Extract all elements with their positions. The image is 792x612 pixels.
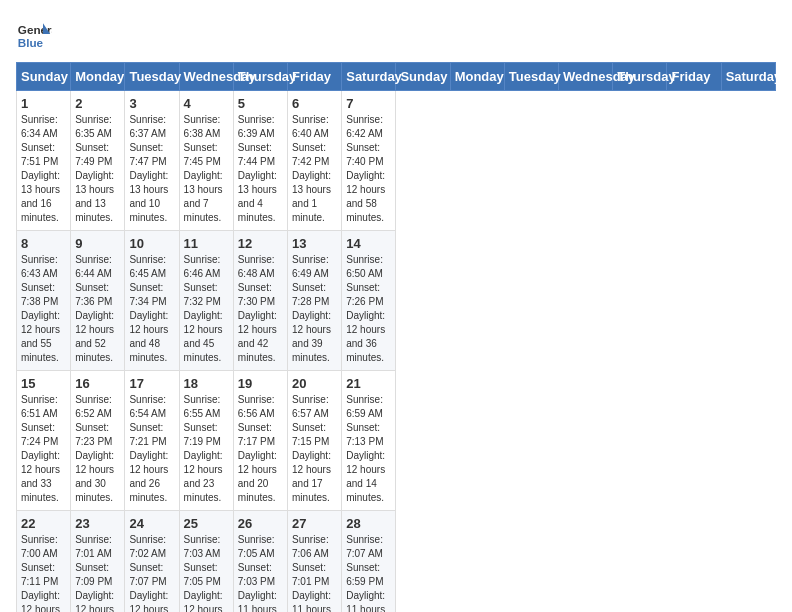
day-cell-2: 2Sunrise: 6:35 AM Sunset: 7:49 PM Daylig… xyxy=(71,91,125,231)
day-number: 5 xyxy=(238,96,283,111)
day-info: Sunrise: 6:57 AM Sunset: 7:15 PM Dayligh… xyxy=(292,393,337,505)
col-header-sunday: Sunday xyxy=(396,63,450,91)
day-cell-20: 20Sunrise: 6:57 AM Sunset: 7:15 PM Dayli… xyxy=(288,371,342,511)
day-info: Sunrise: 6:44 AM Sunset: 7:36 PM Dayligh… xyxy=(75,253,120,365)
day-info: Sunrise: 6:42 AM Sunset: 7:40 PM Dayligh… xyxy=(346,113,391,225)
logo: General Blue xyxy=(16,16,52,52)
day-info: Sunrise: 6:45 AM Sunset: 7:34 PM Dayligh… xyxy=(129,253,174,365)
day-info: Sunrise: 6:51 AM Sunset: 7:24 PM Dayligh… xyxy=(21,393,66,505)
col-header-monday: Monday xyxy=(450,63,504,91)
calendar-header-row: SundayMondayTuesdayWednesdayThursdayFrid… xyxy=(17,63,776,91)
day-number: 23 xyxy=(75,516,120,531)
day-number: 12 xyxy=(238,236,283,251)
col-header-friday: Friday xyxy=(288,63,342,91)
day-number: 15 xyxy=(21,376,66,391)
day-number: 13 xyxy=(292,236,337,251)
day-info: Sunrise: 6:49 AM Sunset: 7:28 PM Dayligh… xyxy=(292,253,337,365)
day-cell-23: 23Sunrise: 7:01 AM Sunset: 7:09 PM Dayli… xyxy=(71,511,125,613)
day-info: Sunrise: 6:46 AM Sunset: 7:32 PM Dayligh… xyxy=(184,253,229,365)
day-cell-26: 26Sunrise: 7:05 AM Sunset: 7:03 PM Dayli… xyxy=(233,511,287,613)
day-cell-12: 12Sunrise: 6:48 AM Sunset: 7:30 PM Dayli… xyxy=(233,231,287,371)
day-cell-10: 10Sunrise: 6:45 AM Sunset: 7:34 PM Dayli… xyxy=(125,231,179,371)
day-info: Sunrise: 7:03 AM Sunset: 7:05 PM Dayligh… xyxy=(184,533,229,612)
day-cell-15: 15Sunrise: 6:51 AM Sunset: 7:24 PM Dayli… xyxy=(17,371,71,511)
col-header-friday: Friday xyxy=(667,63,721,91)
day-cell-3: 3Sunrise: 6:37 AM Sunset: 7:47 PM Daylig… xyxy=(125,91,179,231)
calendar-table: SundayMondayTuesdayWednesdayThursdayFrid… xyxy=(16,62,776,612)
col-header-saturday: Saturday xyxy=(342,63,396,91)
day-number: 2 xyxy=(75,96,120,111)
day-info: Sunrise: 6:50 AM Sunset: 7:26 PM Dayligh… xyxy=(346,253,391,365)
day-info: Sunrise: 6:37 AM Sunset: 7:47 PM Dayligh… xyxy=(129,113,174,225)
day-cell-19: 19Sunrise: 6:56 AM Sunset: 7:17 PM Dayli… xyxy=(233,371,287,511)
day-number: 11 xyxy=(184,236,229,251)
day-cell-4: 4Sunrise: 6:38 AM Sunset: 7:45 PM Daylig… xyxy=(179,91,233,231)
week-row-2: 8Sunrise: 6:43 AM Sunset: 7:38 PM Daylig… xyxy=(17,231,776,371)
week-row-3: 15Sunrise: 6:51 AM Sunset: 7:24 PM Dayli… xyxy=(17,371,776,511)
col-header-tuesday: Tuesday xyxy=(504,63,558,91)
col-header-thursday: Thursday xyxy=(613,63,667,91)
day-number: 24 xyxy=(129,516,174,531)
day-cell-11: 11Sunrise: 6:46 AM Sunset: 7:32 PM Dayli… xyxy=(179,231,233,371)
day-cell-9: 9Sunrise: 6:44 AM Sunset: 7:36 PM Daylig… xyxy=(71,231,125,371)
day-cell-17: 17Sunrise: 6:54 AM Sunset: 7:21 PM Dayli… xyxy=(125,371,179,511)
day-number: 25 xyxy=(184,516,229,531)
day-info: Sunrise: 7:00 AM Sunset: 7:11 PM Dayligh… xyxy=(21,533,66,612)
day-cell-27: 27Sunrise: 7:06 AM Sunset: 7:01 PM Dayli… xyxy=(288,511,342,613)
day-cell-28: 28Sunrise: 7:07 AM Sunset: 6:59 PM Dayli… xyxy=(342,511,396,613)
day-cell-24: 24Sunrise: 7:02 AM Sunset: 7:07 PM Dayli… xyxy=(125,511,179,613)
day-number: 10 xyxy=(129,236,174,251)
day-number: 14 xyxy=(346,236,391,251)
col-header-tuesday: Tuesday xyxy=(125,63,179,91)
day-number: 17 xyxy=(129,376,174,391)
day-info: Sunrise: 7:02 AM Sunset: 7:07 PM Dayligh… xyxy=(129,533,174,612)
day-info: Sunrise: 6:38 AM Sunset: 7:45 PM Dayligh… xyxy=(184,113,229,225)
day-cell-5: 5Sunrise: 6:39 AM Sunset: 7:44 PM Daylig… xyxy=(233,91,287,231)
day-number: 21 xyxy=(346,376,391,391)
col-header-sunday: Sunday xyxy=(17,63,71,91)
day-info: Sunrise: 6:39 AM Sunset: 7:44 PM Dayligh… xyxy=(238,113,283,225)
day-info: Sunrise: 6:52 AM Sunset: 7:23 PM Dayligh… xyxy=(75,393,120,505)
day-number: 27 xyxy=(292,516,337,531)
week-row-4: 22Sunrise: 7:00 AM Sunset: 7:11 PM Dayli… xyxy=(17,511,776,613)
day-number: 22 xyxy=(21,516,66,531)
day-info: Sunrise: 6:54 AM Sunset: 7:21 PM Dayligh… xyxy=(129,393,174,505)
col-header-wednesday: Wednesday xyxy=(559,63,613,91)
col-header-wednesday: Wednesday xyxy=(179,63,233,91)
day-info: Sunrise: 6:34 AM Sunset: 7:51 PM Dayligh… xyxy=(21,113,66,225)
day-number: 26 xyxy=(238,516,283,531)
day-cell-18: 18Sunrise: 6:55 AM Sunset: 7:19 PM Dayli… xyxy=(179,371,233,511)
day-number: 28 xyxy=(346,516,391,531)
day-number: 16 xyxy=(75,376,120,391)
day-info: Sunrise: 7:05 AM Sunset: 7:03 PM Dayligh… xyxy=(238,533,283,612)
day-info: Sunrise: 6:35 AM Sunset: 7:49 PM Dayligh… xyxy=(75,113,120,225)
day-cell-16: 16Sunrise: 6:52 AM Sunset: 7:23 PM Dayli… xyxy=(71,371,125,511)
day-info: Sunrise: 6:55 AM Sunset: 7:19 PM Dayligh… xyxy=(184,393,229,505)
day-number: 8 xyxy=(21,236,66,251)
day-number: 1 xyxy=(21,96,66,111)
day-number: 3 xyxy=(129,96,174,111)
day-number: 19 xyxy=(238,376,283,391)
day-number: 7 xyxy=(346,96,391,111)
day-cell-8: 8Sunrise: 6:43 AM Sunset: 7:38 PM Daylig… xyxy=(17,231,71,371)
day-info: Sunrise: 6:59 AM Sunset: 7:13 PM Dayligh… xyxy=(346,393,391,505)
day-info: Sunrise: 7:07 AM Sunset: 6:59 PM Dayligh… xyxy=(346,533,391,612)
day-info: Sunrise: 7:01 AM Sunset: 7:09 PM Dayligh… xyxy=(75,533,120,612)
day-cell-6: 6Sunrise: 6:40 AM Sunset: 7:42 PM Daylig… xyxy=(288,91,342,231)
day-cell-7: 7Sunrise: 6:42 AM Sunset: 7:40 PM Daylig… xyxy=(342,91,396,231)
day-cell-21: 21Sunrise: 6:59 AM Sunset: 7:13 PM Dayli… xyxy=(342,371,396,511)
day-cell-22: 22Sunrise: 7:00 AM Sunset: 7:11 PM Dayli… xyxy=(17,511,71,613)
day-number: 20 xyxy=(292,376,337,391)
day-info: Sunrise: 7:06 AM Sunset: 7:01 PM Dayligh… xyxy=(292,533,337,612)
day-cell-13: 13Sunrise: 6:49 AM Sunset: 7:28 PM Dayli… xyxy=(288,231,342,371)
logo-icon: General Blue xyxy=(16,16,52,52)
col-header-saturday: Saturday xyxy=(721,63,775,91)
page-header: General Blue xyxy=(16,16,776,52)
svg-text:Blue: Blue xyxy=(18,36,44,49)
day-info: Sunrise: 6:48 AM Sunset: 7:30 PM Dayligh… xyxy=(238,253,283,365)
col-header-monday: Monday xyxy=(71,63,125,91)
day-cell-25: 25Sunrise: 7:03 AM Sunset: 7:05 PM Dayli… xyxy=(179,511,233,613)
week-row-1: 1Sunrise: 6:34 AM Sunset: 7:51 PM Daylig… xyxy=(17,91,776,231)
day-number: 6 xyxy=(292,96,337,111)
day-cell-14: 14Sunrise: 6:50 AM Sunset: 7:26 PM Dayli… xyxy=(342,231,396,371)
